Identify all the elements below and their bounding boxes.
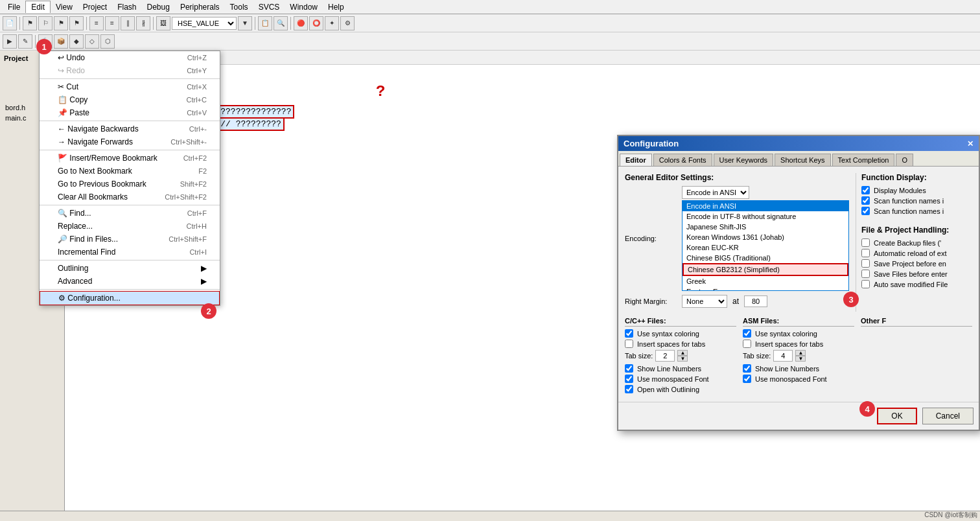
menu-edit[interactable]: Edit xyxy=(25,1,51,13)
encoding-opt-gb2312[interactable]: Chinese GB2312 (Simplified) xyxy=(682,263,848,276)
menu-configuration[interactable]: ⚙ Configuration... xyxy=(40,291,220,305)
menu-replace[interactable]: Replace... Ctrl+H xyxy=(40,220,220,233)
encoding-opt-jis[interactable]: Japanese Shift-JIS xyxy=(682,222,848,232)
other-files-section: Other F xyxy=(861,317,972,395)
scan-fn-1-cb[interactable] xyxy=(861,196,870,205)
cpp-tabsize-up[interactable]: ▲ xyxy=(677,350,688,356)
tab-user-keywords[interactable]: User Keywords xyxy=(714,154,774,166)
save-project-cb[interactable] xyxy=(861,259,870,268)
cpp-spaces-cb[interactable] xyxy=(625,340,633,348)
tb1[interactable]: ⚑ xyxy=(23,16,37,30)
cpp-files-section: C/C++ Files: Use syntax coloring Insert … xyxy=(625,317,736,395)
tab-shortcut-keys[interactable]: Shortcut Keys xyxy=(775,154,830,166)
dialog-close-btn[interactable]: ✕ xyxy=(967,139,974,148)
tab-colors-fonts[interactable]: Colors & Fonts xyxy=(653,154,712,166)
menu-debug[interactable]: Debug xyxy=(142,1,175,13)
scan-fn-2-cb[interactable] xyxy=(861,207,870,215)
asm-tabsize-up[interactable]: ▲ xyxy=(795,350,806,356)
menu-view[interactable]: View xyxy=(51,1,78,13)
cancel-button[interactable]: Cancel xyxy=(922,408,974,424)
auto-reload-cb[interactable] xyxy=(861,249,870,257)
encoding-dropdown-list[interactable]: Encode in ANSI Encode in UTF-8 without s… xyxy=(682,200,849,291)
run-btn[interactable]: ▶ xyxy=(3,34,17,49)
align1[interactable]: ≡ xyxy=(89,16,104,30)
menu-paste[interactable]: 📌 Paste Ctrl+V xyxy=(40,106,220,119)
menu-undo[interactable]: ↩ Undo Ctrl+Z xyxy=(40,51,220,64)
asm-tabsize-input[interactable] xyxy=(773,350,793,362)
asm-syntax-cb[interactable] xyxy=(743,329,751,338)
menu-nav-back[interactable]: ← Navigate Backwards Ctrl+- xyxy=(40,122,220,135)
hse-combo[interactable]: HSE_VALUE xyxy=(172,17,237,30)
drop-btn[interactable]: ▼ xyxy=(238,16,252,30)
new-btn[interactable]: 📄 xyxy=(3,16,17,30)
menu-next-bookmark[interactable]: Go to Next Bookmark F2 xyxy=(40,165,220,178)
asm-spaces-cb[interactable] xyxy=(743,340,751,348)
gear-btn[interactable]: ⚙ xyxy=(340,16,355,30)
menu-nav-fwd[interactable]: → Navigate Forwards Ctrl+Shift+- xyxy=(40,135,220,148)
encoding-select[interactable]: Encode in ANSI xyxy=(682,186,749,199)
save-files-cb[interactable] xyxy=(861,270,870,278)
build5[interactable]: ⬡ xyxy=(100,34,115,49)
cpp-tabsize-input[interactable] xyxy=(655,350,675,362)
encoding-opt-eastern[interactable]: Eastern European xyxy=(682,286,848,291)
menu-cut[interactable]: ✂ Cut Ctrl+X xyxy=(40,80,220,93)
tb4[interactable]: ⚑ xyxy=(69,16,84,30)
asm-monospaced-cb[interactable] xyxy=(743,375,751,383)
ok-button[interactable]: OK xyxy=(877,408,916,424)
encoding-opt-kr1361[interactable]: Korean Windows 1361 (Johab) xyxy=(682,232,848,242)
asm-tabsize-down[interactable]: ▼ xyxy=(795,356,806,362)
search-btn[interactable]: 🔍 xyxy=(274,16,288,30)
encoding-opt-utf8[interactable]: Encode in UTF-8 without signature xyxy=(682,211,848,222)
cpp-tabsize-down[interactable]: ▼ xyxy=(677,356,688,362)
menu-tools[interactable]: Tools xyxy=(225,1,253,13)
build4[interactable]: ◇ xyxy=(85,34,99,49)
menu-find[interactable]: 🔍 Find... Ctrl+F xyxy=(40,207,220,220)
menu-peripherals[interactable]: Peripherals xyxy=(175,1,225,13)
pencil-btn[interactable]: ✎ xyxy=(18,34,32,49)
tab-other[interactable]: O xyxy=(896,154,913,166)
create-backup-cb[interactable] xyxy=(861,238,870,247)
menu-outlining[interactable]: Outlining ▶ xyxy=(40,262,220,275)
encoding-opt-ansi[interactable]: Encode in ANSI xyxy=(682,201,848,211)
asm-linenums-cb[interactable] xyxy=(743,364,751,373)
cpp-linenums-cb[interactable] xyxy=(625,364,633,373)
encoding-opt-greek[interactable]: Greek xyxy=(682,276,848,286)
encoding-opt-euckr[interactable]: Korean EUC-KR xyxy=(682,242,848,253)
img-btn[interactable]: 🖼 xyxy=(156,16,170,30)
display-modules-cb[interactable] xyxy=(861,186,870,194)
align4[interactable]: ∦ xyxy=(136,16,150,30)
tab-text-completion[interactable]: Text Completion xyxy=(832,154,895,166)
menu-clear-bookmarks[interactable]: Clear All Bookmarks Ctrl+Shift+F2 xyxy=(40,191,220,203)
menu-find-in-files[interactable]: 🔎 Find in Files... Ctrl+Shift+F xyxy=(40,233,220,246)
star-btn[interactable]: ✦ xyxy=(325,16,339,30)
encoding-opt-big5[interactable]: Chinese BIG5 (Traditional) xyxy=(682,253,848,263)
menu-help[interactable]: Help xyxy=(323,1,349,13)
menu-window[interactable]: Window xyxy=(285,1,323,13)
cpp-outlining-cb[interactable] xyxy=(625,385,633,393)
copy-btn[interactable]: 📋 xyxy=(258,16,272,30)
menu-advanced[interactable]: Advanced ▶ xyxy=(40,275,220,288)
menu-project[interactable]: Project xyxy=(78,1,112,13)
cpp-monospaced-cb[interactable] xyxy=(625,375,633,383)
menu-svcs[interactable]: SVCS xyxy=(253,1,285,13)
menu-redo[interactable]: ↪ Redo Ctrl+Y xyxy=(40,64,220,77)
menu-copy[interactable]: 📋 Copy Ctrl+C xyxy=(40,93,220,106)
tb3[interactable]: ⚑ xyxy=(54,16,68,30)
menu-file[interactable]: File xyxy=(3,1,25,13)
circle-btn[interactable]: ⭕ xyxy=(309,16,323,30)
align2[interactable]: ≡ xyxy=(105,16,119,30)
right-margin-num[interactable] xyxy=(744,295,767,307)
cpp-syntax-cb[interactable] xyxy=(625,329,633,338)
auto-save-cb[interactable] xyxy=(861,280,870,288)
menu-bookmark[interactable]: 🚩 Insert/Remove Bookmark Ctrl+F2 xyxy=(40,152,220,165)
build3[interactable]: ◆ xyxy=(69,34,84,49)
align3[interactable]: ∥ xyxy=(121,16,135,30)
menu-flash[interactable]: Flash xyxy=(112,1,141,13)
tab-editor[interactable]: Editor xyxy=(620,154,652,166)
build2[interactable]: 📦 xyxy=(54,34,68,49)
dot-btn[interactable]: 🔴 xyxy=(294,16,308,30)
right-margin-select[interactable]: None xyxy=(682,295,727,308)
menu-prev-bookmark[interactable]: Go to Previous Bookmark Shift+F2 xyxy=(40,178,220,191)
menu-incremental-find[interactable]: Incremental Find Ctrl+I xyxy=(40,246,220,259)
tb2[interactable]: ⚐ xyxy=(38,16,52,30)
